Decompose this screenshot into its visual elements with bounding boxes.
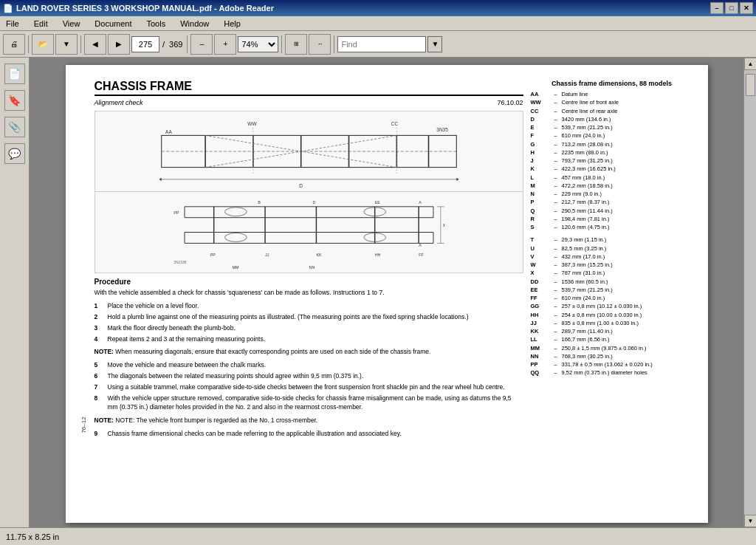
diagram-bottom-svg: PP PP JJ KK HH FF D EE B A A — [95, 192, 523, 272]
doc-content: 76–12 CHASSIS FRAME Alignment check 76.1… — [80, 80, 693, 441]
title-bar-left: 📄 LAND ROVER SERIES 3 WORKSHOP MANUAL.pd… — [3, 4, 274, 13]
section-title: CHASSIS FRAME — [94, 80, 523, 96]
fit-page-button[interactable]: ⊞ — [285, 34, 307, 55]
menu-document[interactable]: Document — [92, 18, 134, 30]
dim-key: X — [531, 269, 553, 277]
dim-key: H — [531, 148, 553, 157]
note-2-label: NOTE: — [94, 417, 116, 424]
dim-row: EE–539,7 mm (21.25 in.) — [531, 286, 693, 294]
note-2-text: NOTE: The vehicle front bumper is regard… — [115, 417, 317, 424]
dim-dash: – — [554, 223, 560, 231]
sidebar-comment-icon[interactable]: 💬 — [4, 143, 25, 164]
dim-key: L — [531, 174, 553, 182]
sidebar-bookmark-icon[interactable]: 🔖 — [4, 90, 25, 111]
prev-page-button[interactable]: ◀ — [84, 34, 106, 55]
dimensions-table: AA–Datum lineWW–Centre line of front axl… — [531, 90, 693, 377]
document-page: 76–12 CHASSIS FRAME Alignment check 76.1… — [66, 65, 708, 523]
menu-edit[interactable]: Edit — [31, 18, 51, 30]
dim-row: NN–768,3 mm (30.25 in.) — [531, 352, 693, 360]
step-text-5: Move the vehicle and measure between the… — [108, 361, 267, 370]
scroll-track[interactable] — [744, 70, 756, 515]
dim-dash: – — [554, 286, 560, 294]
dim-dash: – — [554, 182, 560, 190]
step-text-1: Place the vehicle on a level floor. — [108, 302, 199, 311]
dim-dash: – — [554, 90, 560, 98]
scroll-up-button[interactable]: ▲ — [744, 58, 756, 70]
menu-tools[interactable]: Tools — [144, 18, 169, 30]
zoom-out-button[interactable]: – — [190, 34, 213, 55]
dim-row: S–120,6 mm (4.75 in.) — [531, 223, 693, 231]
dim-row: JJ–835 ± 0,8 mm (1.00 ± 0.030 in.) — [531, 319, 693, 327]
zoom-in-button[interactable]: + — [214, 34, 236, 55]
dim-dash: – — [554, 98, 560, 106]
note-1-label: NOTE: — [94, 348, 116, 355]
note-1: NOTE: When measuring diagonals, ensure t… — [94, 348, 523, 357]
dim-dash: – — [554, 294, 560, 302]
dim-dash: – — [554, 131, 560, 140]
menu-help[interactable]: Help — [221, 18, 244, 30]
step-num-2: 2 — [94, 313, 105, 322]
note-1-text: When measuring diagonals, ensure that ex… — [115, 348, 430, 355]
dim-val: 472,2 mm (18.58 in.) — [562, 182, 613, 190]
step-text-9: Chassis frame dimensional checks can be … — [108, 430, 402, 439]
dim-val: 835 ± 0,8 mm (1.00 ± 0.030 in.) — [562, 319, 639, 327]
app-icon: 📄 — [3, 4, 13, 13]
search-button[interactable]: ▼ — [427, 36, 442, 52]
sidebar-attach-icon[interactable]: 📎 — [4, 117, 25, 137]
search-input[interactable] — [337, 36, 426, 52]
dim-val: 120,6 mm (4.75 in.) — [562, 223, 610, 231]
menu-window[interactable]: Window — [177, 18, 212, 30]
open-button[interactable]: 📂 — [32, 34, 54, 55]
dim-val: 82,5 mm (3.25 in.) — [562, 244, 607, 253]
dim-key: AA — [531, 90, 553, 98]
dim-dash: – — [554, 174, 560, 182]
svg-text:X: X — [442, 224, 445, 227]
scroll-down-button[interactable]: ▼ — [744, 515, 756, 527]
step-text-7: Using a suitable trammel, make comparati… — [108, 383, 505, 392]
step-num-9: 9 — [94, 430, 105, 439]
dim-row: WW–Centre line of front axle — [531, 98, 693, 106]
svg-text:A: A — [419, 243, 422, 247]
step-item-8: 8 With the vehicle upper structure remov… — [94, 394, 523, 412]
page-number-input[interactable] — [131, 36, 159, 52]
dim-row: CC–Centre line of rear axle — [531, 107, 693, 115]
svg-text:EE: EE — [374, 200, 380, 205]
page-separator: / — [161, 40, 166, 49]
dim-key: R — [531, 215, 553, 223]
zoom-select[interactable]: 74% 100% 150% — [238, 36, 278, 52]
maximize-button[interactable]: □ — [725, 2, 738, 14]
dim-dash: – — [554, 302, 560, 310]
doc-area[interactable]: 76–12 CHASSIS FRAME Alignment check 76.1… — [30, 58, 743, 527]
next-page-button[interactable]: ▶ — [108, 34, 130, 55]
dim-key: WW — [531, 98, 553, 106]
dim-dash: – — [554, 148, 560, 157]
dim-key: KK — [531, 327, 553, 335]
dim-row: AA–Datum line — [531, 90, 693, 98]
menu-file[interactable]: File — [3, 18, 22, 30]
dim-row: MM–250,8 ± 1,5 mm (9.875 ± 0.060 in.) — [531, 344, 693, 352]
step-item-6: 6 The diagonals between the related meas… — [94, 372, 523, 381]
dim-row: N–229 mm (9.0 in.) — [531, 190, 693, 198]
dim-key: DD — [531, 278, 553, 286]
dim-val: 457 mm (18.0 in.) — [562, 174, 605, 182]
procedure-intro: With the vehicle assembled a check for c… — [94, 289, 523, 298]
toolbar-dropdown[interactable]: ▼ — [55, 34, 78, 55]
close-button[interactable]: ✕ — [740, 2, 753, 14]
print-button[interactable]: 🖨 — [3, 34, 25, 55]
dim-val: 289,7 mm (11.40 in.) — [562, 327, 613, 335]
dim-val: 3420 mm (134.6 in.) — [562, 115, 611, 123]
dim-row: GG–257 ± 0,8 mm (10.12 ± 0.030 in.) — [531, 302, 693, 310]
procedure-title: Procedure — [94, 278, 523, 286]
step-text-6: The diagonals between the related measur… — [108, 372, 364, 381]
subsection-ref: 76.10.02 — [497, 99, 523, 106]
svg-text:CC: CC — [391, 121, 398, 126]
dim-key: T — [531, 236, 553, 244]
minimize-button[interactable]: – — [710, 2, 724, 14]
sidebar-page-icon[interactable]: 📄 — [4, 64, 25, 84]
dim-row: D–3420 mm (134.6 in.) — [531, 115, 693, 123]
vertical-scrollbar[interactable]: ▲ ▼ — [743, 58, 756, 527]
menu-view[interactable]: View — [60, 18, 83, 30]
fit-width-button[interactable]: ↔ — [309, 34, 331, 55]
scroll-thumb[interactable] — [746, 74, 755, 96]
dim-key: GG — [531, 302, 553, 310]
